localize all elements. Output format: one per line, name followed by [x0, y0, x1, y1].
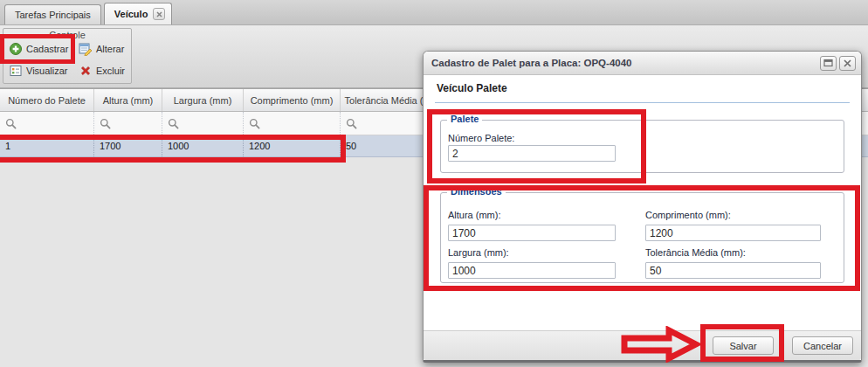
alterar-button[interactable]: Alterar: [79, 42, 124, 56]
button-label: Visualizar: [26, 66, 68, 76]
delete-x-icon: [79, 64, 93, 78]
tab-label: Tarefas Principais: [15, 10, 91, 20]
cancelar-button[interactable]: Cancelar: [792, 336, 853, 355]
column-header-numero[interactable]: Número do Palete: [0, 89, 94, 111]
altura-field[interactable]: [448, 225, 616, 241]
tab-tarefas-principais[interactable]: Tarefas Principais: [4, 4, 101, 24]
visualizar-button[interactable]: Visualizar: [9, 64, 68, 78]
search-icon: [249, 118, 260, 129]
tab-close-icon[interactable]: [153, 8, 165, 20]
salvar-button[interactable]: Salvar: [713, 336, 774, 355]
cadastro-palet-dialog: Cadastro de Palet para a Placa: OPQ-4040…: [423, 51, 862, 363]
filter-cell[interactable]: [244, 112, 341, 135]
dialog-header[interactable]: Cadastro de Palet para a Placa: OPQ-4040: [424, 52, 861, 75]
largura-label: Largura (mm):: [448, 247, 509, 258]
tolerancia-field[interactable]: [645, 262, 821, 279]
filter-cell[interactable]: [162, 112, 244, 135]
view-form-icon: [9, 64, 23, 78]
cell-numero: 1: [0, 135, 94, 156]
tab-label: Veículo: [114, 9, 148, 19]
dialog-title: Cadastro de Palet para a Placa: OPQ-4040: [431, 58, 817, 68]
largura-field[interactable]: [448, 262, 616, 279]
close-button[interactable]: [839, 56, 856, 71]
tab-bar: Tarefas Principais Veículo: [0, 0, 868, 25]
button-label: Alterar: [96, 44, 124, 54]
cell-altura: 1700: [94, 135, 162, 156]
restore-button[interactable]: [820, 56, 837, 71]
cell-largura: 1000: [162, 135, 244, 156]
tolerancia-label: Tolerância Média (mm):: [645, 247, 746, 258]
column-header-largura[interactable]: Largura (mm): [162, 89, 244, 111]
excluir-button[interactable]: Excluir: [79, 64, 125, 78]
toolbar-group-controle: Controle Cadastrar Alterar: [3, 28, 132, 84]
cell-comprimento: 1200: [244, 135, 341, 156]
close-icon: [844, 59, 851, 67]
edit-icon: [79, 42, 93, 56]
numero-palete-field[interactable]: [448, 145, 616, 162]
dialog-body: Veículo Palete Palete Número Palete: Dim…: [424, 75, 861, 330]
form-section-title: Veículo Palete: [437, 82, 507, 94]
palete-legend: Palete: [447, 114, 482, 124]
search-icon: [5, 118, 17, 129]
dimensoes-legend: Dimensões: [447, 186, 506, 197]
toolbar-group-title: Controle: [3, 30, 131, 40]
tab-veiculo[interactable]: Veículo: [104, 3, 173, 24]
palete-fieldset: Palete Número Palete:: [440, 120, 844, 173]
comprimento-field[interactable]: [645, 225, 821, 241]
section-divider: [435, 102, 850, 103]
restore-icon: [823, 59, 833, 67]
dimensoes-fieldset: Dimensões Altura (mm): Comprimento (mm):…: [440, 192, 844, 283]
add-icon: [9, 42, 23, 56]
search-icon: [100, 118, 111, 129]
column-header-comprimento[interactable]: Comprimento (mm): [244, 89, 341, 111]
button-label: Cadastrar: [26, 44, 68, 54]
filter-cell[interactable]: [94, 112, 162, 135]
dialog-footer: Salvar Cancelar: [424, 330, 861, 360]
button-label: Excluir: [96, 66, 125, 76]
column-header-altura[interactable]: Altura (mm): [94, 89, 162, 111]
search-icon: [346, 118, 357, 129]
filter-cell[interactable]: [0, 112, 94, 135]
cadastrar-button[interactable]: Cadastrar: [9, 42, 68, 56]
numero-palete-label: Número Palete:: [448, 133, 514, 143]
comprimento-label: Comprimento (mm):: [645, 210, 731, 220]
search-icon: [168, 118, 179, 129]
altura-label: Altura (mm):: [448, 210, 501, 220]
